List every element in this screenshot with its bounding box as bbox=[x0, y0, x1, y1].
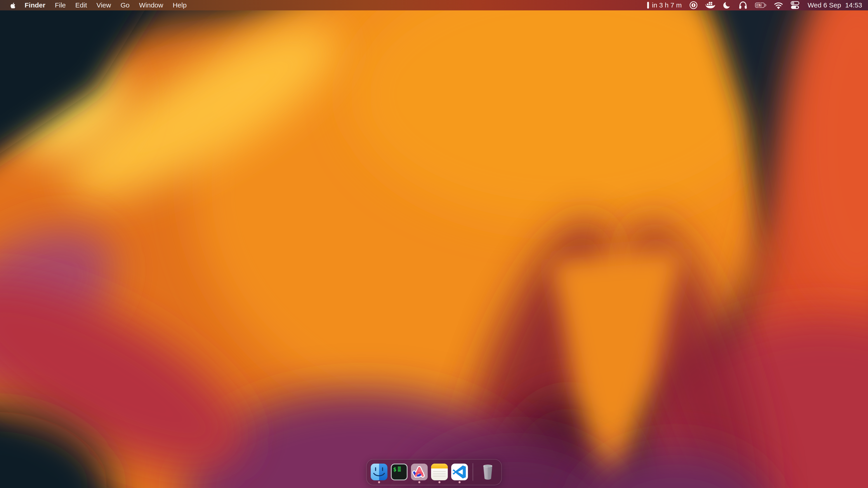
timer-label: in 3 h 7 m bbox=[652, 1, 682, 9]
dock-item-notes[interactable] bbox=[431, 464, 448, 480]
time-label: 14:53 bbox=[845, 1, 862, 9]
notes-icon bbox=[431, 464, 448, 480]
menu-go[interactable]: Go bbox=[116, 0, 134, 10]
menu-bar: Finder File Edit View Go Window Help in … bbox=[0, 0, 868, 10]
menubar-clock[interactable]: Wed 6 Sep 14:53 bbox=[803, 1, 864, 9]
menu-help[interactable]: Help bbox=[168, 0, 191, 10]
audio-output-status[interactable] bbox=[735, 0, 751, 10]
svg-text:$: $ bbox=[393, 466, 397, 473]
headphones-icon bbox=[739, 1, 747, 9]
dock-item-finder[interactable] bbox=[371, 464, 388, 480]
apple-menu[interactable] bbox=[6, 0, 20, 10]
dock: $ bbox=[366, 459, 502, 485]
wifi-icon bbox=[774, 2, 783, 9]
control-center-icon bbox=[791, 1, 799, 9]
menu-window[interactable]: Window bbox=[134, 0, 168, 10]
running-indicator-dot bbox=[438, 481, 440, 483]
running-indicator-dot bbox=[378, 481, 380, 483]
docker-whale-icon bbox=[705, 1, 715, 9]
control-center[interactable] bbox=[787, 0, 803, 10]
dock-separator bbox=[473, 463, 473, 481]
wifi-status[interactable] bbox=[770, 0, 787, 10]
running-indicator-dot bbox=[459, 481, 461, 483]
trash-icon bbox=[478, 462, 497, 482]
docker-status[interactable] bbox=[702, 0, 719, 10]
menu-edit[interactable]: Edit bbox=[70, 0, 92, 10]
date-label: Wed 6 Sep bbox=[808, 1, 841, 9]
finder-icon bbox=[371, 464, 388, 480]
battery-status[interactable] bbox=[751, 0, 770, 10]
dock-item-vscode[interactable] bbox=[451, 464, 468, 480]
battery-charging-icon bbox=[755, 2, 766, 8]
desktop: Finder File Edit View Go Window Help in … bbox=[0, 0, 868, 488]
menu-file[interactable]: File bbox=[50, 0, 70, 10]
focus-status[interactable] bbox=[719, 0, 735, 10]
arc-browser-icon bbox=[411, 464, 428, 480]
indicator-pill-icon bbox=[647, 2, 649, 9]
password-manager-status[interactable] bbox=[686, 0, 702, 10]
wallpaper bbox=[0, 0, 868, 488]
running-indicator-dot bbox=[418, 481, 421, 483]
menu-view[interactable]: View bbox=[92, 0, 116, 10]
terminal-icon: $ bbox=[391, 464, 408, 480]
dock-item-terminal[interactable]: $ bbox=[391, 464, 408, 480]
menu-app-name[interactable]: Finder bbox=[20, 0, 50, 10]
moon-icon bbox=[723, 1, 731, 9]
1password-icon bbox=[689, 1, 698, 9]
apple-logo-icon bbox=[10, 2, 16, 9]
vscode-icon bbox=[451, 464, 468, 480]
dock-item-arc[interactable] bbox=[411, 464, 428, 480]
timer-status[interactable]: in 3 h 7 m bbox=[643, 0, 686, 10]
dock-item-trash[interactable] bbox=[478, 462, 497, 482]
